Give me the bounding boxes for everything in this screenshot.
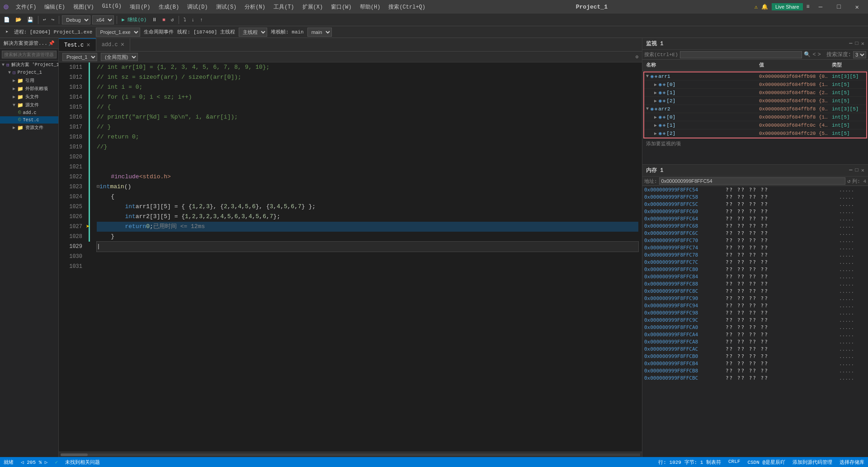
memory-row-25: 0x000000999F8FFCB8 ?? ?? ?? ?? ..... xyxy=(642,367,868,374)
watch-type-arr1-1: int[5] xyxy=(830,89,866,96)
menu-project[interactable]: 项目(P) xyxy=(126,2,154,12)
live-share-button[interactable]: Live Share xyxy=(772,3,803,10)
tree-item-project[interactable]: ▼ ⊡ Project_1 xyxy=(0,69,58,76)
menu-window[interactable]: 窗口(W) xyxy=(327,2,355,12)
expand-arr2-2-button[interactable]: ▶ xyxy=(654,131,657,136)
watch-panel-close-button[interactable]: ✕ xyxy=(861,40,864,47)
menu-tools[interactable]: 工具(T) xyxy=(270,2,298,12)
expand-arr1-0-button[interactable]: ▶ xyxy=(654,82,657,87)
menu-build[interactable]: 生成(B) xyxy=(155,2,183,12)
add-code-source-button[interactable]: 添加到源代码管理 xyxy=(793,459,832,466)
process-dropdown[interactable]: Project_1.exe xyxy=(96,28,140,37)
project-label: Project_1 xyxy=(18,70,42,75)
folder-icon: 📁 xyxy=(17,102,24,108)
expand-arr2-0-button[interactable]: ▶ xyxy=(654,114,657,120)
stop-button[interactable]: ■ xyxy=(160,16,167,24)
tree-item-test-c[interactable]: © Test.c xyxy=(0,116,58,124)
menu-git[interactable]: Git(G) xyxy=(99,2,125,12)
restart-button[interactable]: ↺ xyxy=(169,16,176,24)
menu-extensions[interactable]: 扩展(X) xyxy=(299,2,327,12)
watch-search-input[interactable] xyxy=(680,51,802,58)
add-watch-link[interactable]: 添加要监视的项 xyxy=(642,139,868,148)
watch-panel-float-button[interactable]: □ xyxy=(855,40,859,47)
stack-dropdown[interactable]: main xyxy=(307,28,332,37)
search-nav-prev-icon[interactable]: < xyxy=(812,52,816,58)
scope-dropdown[interactable]: (全局范围) xyxy=(101,53,138,61)
maximize-button[interactable]: □ xyxy=(831,2,846,11)
notification-icon: 🔔 xyxy=(761,4,768,10)
external-deps-label: 外部依赖项 xyxy=(25,86,48,92)
tree-item-references[interactable]: ▶ 📁 引用 xyxy=(0,76,58,85)
code-line-1012: // int sz = sizeof(arr) / sizeof(arr[0])… xyxy=(97,72,638,82)
search-nav-next-icon[interactable]: > xyxy=(818,52,821,58)
memory-address-input[interactable] xyxy=(659,177,845,185)
menu-debug[interactable]: 调试(D) xyxy=(184,2,212,12)
zoom-prev-icon[interactable]: ◁ xyxy=(21,460,24,465)
debug-config-dropdown[interactable]: Debug xyxy=(62,15,90,24)
code-content[interactable]: // int arr[10] = {1, 2, 3, 4, 5, 6, 7, 8… xyxy=(93,62,642,452)
code-line-1021 xyxy=(97,162,638,172)
minimize-button[interactable]: — xyxy=(813,2,828,11)
project-path-dropdown[interactable]: Project_1 xyxy=(62,53,97,61)
platform-dropdown[interactable]: x64 xyxy=(92,15,114,24)
menu-edit[interactable]: 编辑(E) xyxy=(41,2,69,12)
thread-dropdown[interactable]: 主线程 xyxy=(239,28,267,37)
zoom-level[interactable]: ◁ 205 % ▷ xyxy=(21,459,47,465)
tab-add-c[interactable]: add.c × xyxy=(96,38,130,51)
scrollbar-thumb[interactable] xyxy=(61,453,88,456)
expand-arr1-1-button[interactable]: ▶ xyxy=(654,90,657,95)
menu-help[interactable]: 帮助(H) xyxy=(356,2,384,12)
memory-panel-close-button[interactable]: ✕ xyxy=(861,167,864,174)
watch-panel-minimize-button[interactable]: — xyxy=(849,40,852,47)
memory-panel-minimize-button[interactable]: — xyxy=(849,167,852,174)
settings-icon[interactable]: ⚙ xyxy=(635,54,638,60)
search-icon[interactable]: 🔍 xyxy=(804,51,811,58)
step-out-button[interactable]: ↑ xyxy=(198,16,205,24)
sidebar-toggle-icon[interactable]: ≡ xyxy=(807,4,810,10)
save-button[interactable]: 💾 xyxy=(25,16,35,24)
sidebar-pin-icon[interactable]: 📌 xyxy=(48,40,55,46)
sidebar-search-input[interactable] xyxy=(2,51,57,58)
status-ready: 就绪 xyxy=(4,459,14,466)
select-repo-button[interactable]: 选择存储库 xyxy=(840,459,864,466)
expand-arr2-1-button[interactable]: ▶ xyxy=(654,123,657,128)
new-file-button[interactable]: 📄 xyxy=(2,16,12,24)
memory-row-22: 0x000000999F8FFCAC ?? ?? ?? ?? ..... xyxy=(642,345,868,353)
horizontal-scrollbar[interactable] xyxy=(59,452,642,457)
tab-test-c[interactable]: Test.c × xyxy=(59,38,96,51)
redo-button[interactable]: ↪ xyxy=(50,16,57,24)
expand-arr1-2-button[interactable]: ▶ xyxy=(654,98,657,104)
menu-search[interactable]: 搜索(Ctrl+Q) xyxy=(385,2,429,12)
start-debug-button[interactable]: ▶ 继续(O) xyxy=(120,15,148,24)
code-line-1029[interactable]: | xyxy=(97,242,638,252)
undo-button[interactable]: ↩ xyxy=(41,16,48,24)
tree-item-header-files[interactable]: ▶ 📁 头文件 xyxy=(0,93,58,101)
search-depth-dropdown[interactable]: 3 xyxy=(853,51,866,58)
code-line-1022: #include <stdio.h> xyxy=(97,172,638,182)
zoom-next-icon[interactable]: ▷ xyxy=(45,460,48,465)
tree-item-solution[interactable]: ▼ ⊞ 解决方案 'Project_1' xyxy=(0,61,58,69)
tree-item-resources[interactable]: ▶ 📁 资源文件 xyxy=(0,124,58,132)
menu-view[interactable]: 视图(V) xyxy=(70,2,98,12)
collapse-arr1-button[interactable]: ▼ xyxy=(646,74,649,79)
menu-test[interactable]: 测试(S) xyxy=(212,2,241,12)
watch-type-arr1-2: int[5] xyxy=(830,97,866,105)
watch-row-arr1-2: ▶ ◉ ◈ [2] 0x00000003f684ffbc0 {3, 4, 5, … xyxy=(644,97,866,105)
open-file-button[interactable]: 📂 xyxy=(14,16,24,24)
menu-file[interactable]: 文件(F) xyxy=(12,2,40,12)
refresh-icon[interactable]: ↺ xyxy=(847,178,850,185)
close-tab-add-c-button[interactable]: × xyxy=(121,41,124,48)
step-over-button[interactable]: ⤵ xyxy=(182,16,188,24)
close-tab-test-c-button[interactable]: × xyxy=(86,42,90,49)
tree-item-add-c[interactable]: © add.c xyxy=(0,109,58,116)
close-button[interactable]: ✕ xyxy=(850,2,864,12)
step-into-button[interactable]: ↓ xyxy=(190,16,197,24)
tree-item-source-files[interactable]: ▼ 📁 源文件 xyxy=(0,101,58,109)
pause-button[interactable]: ⏸ xyxy=(150,16,159,24)
folder-icon: 📁 xyxy=(17,78,24,84)
menu-analyze[interactable]: 分析(N) xyxy=(241,2,269,12)
memory-panel-float-button[interactable]: □ xyxy=(855,167,859,174)
collapse-arr2-button[interactable]: ▼ xyxy=(646,106,649,111)
tree-item-external-deps[interactable]: ▶ 📁 外部依赖项 xyxy=(0,85,58,93)
memory-row-8: 0x000000999F8FFC74 ?? ?? ?? ?? ..... xyxy=(642,244,868,251)
